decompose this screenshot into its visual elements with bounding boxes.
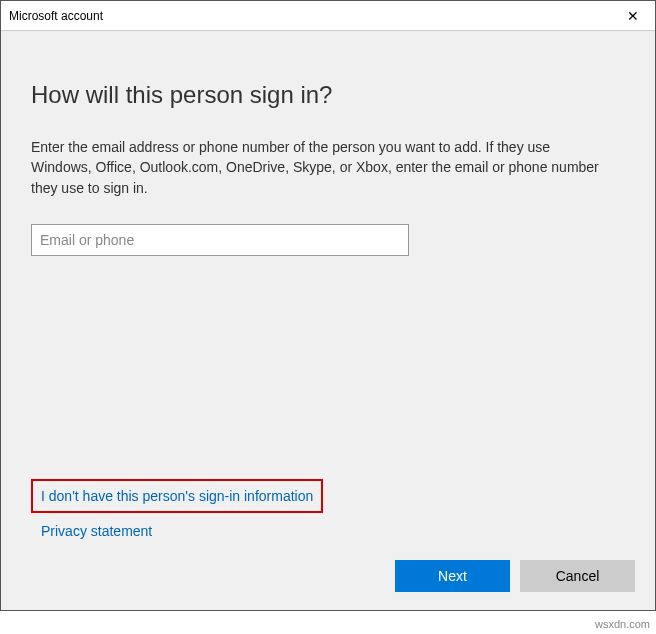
titlebar: Microsoft account ✕ <box>1 1 655 31</box>
next-button[interactable]: Next <box>395 560 510 592</box>
dialog-window: Microsoft account ✕ How will this person… <box>0 0 656 611</box>
no-signin-info-link[interactable]: I don't have this person's sign-in infor… <box>41 488 313 504</box>
button-row: Next Cancel <box>395 560 635 592</box>
close-icon: ✕ <box>627 8 639 24</box>
close-button[interactable]: ✕ <box>610 1 655 31</box>
page-heading: How will this person sign in? <box>31 81 625 109</box>
window-title: Microsoft account <box>9 9 103 23</box>
highlighted-link-box: I don't have this person's sign-in infor… <box>31 479 323 513</box>
privacy-statement-link[interactable]: Privacy statement <box>41 523 152 539</box>
cancel-button[interactable]: Cancel <box>520 560 635 592</box>
email-or-phone-input[interactable] <box>31 224 409 256</box>
dialog-content: How will this person sign in? Enter the … <box>1 31 655 610</box>
watermark-text: wsxdn.com <box>595 618 650 630</box>
links-section: I don't have this person's sign-in infor… <box>31 479 323 540</box>
description-text: Enter the email address or phone number … <box>31 137 601 198</box>
